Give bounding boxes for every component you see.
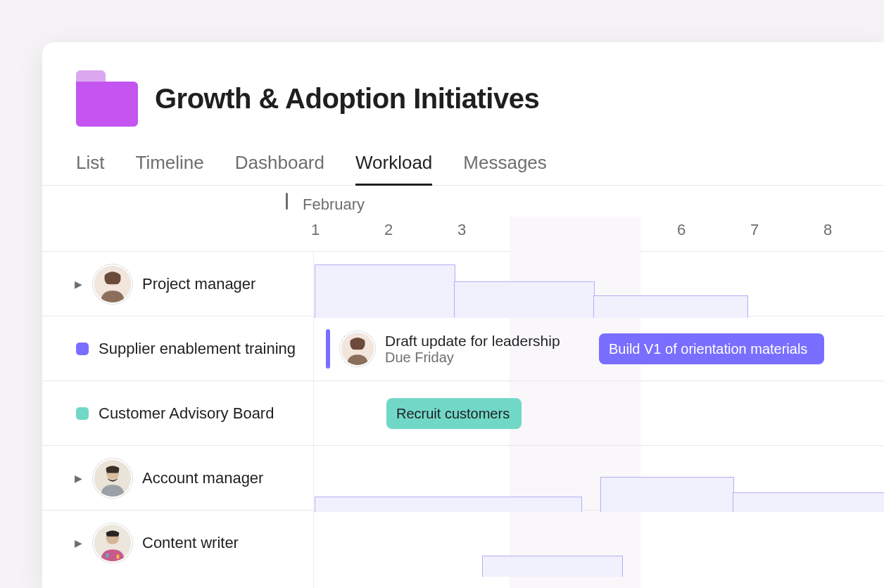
page-title: Growth & Adoption Initiatives [155,83,539,115]
tab-timeline[interactable]: Timeline [135,146,203,185]
task-build-orientation[interactable]: Build V1 of orientation materials [599,333,824,364]
avatar [93,523,132,563]
row-project-manager: ▶ Project manager [42,252,884,317]
workload-band [454,281,595,318]
color-swatch [76,407,89,420]
row-customer-advisory: Customer Advisory Board Recruit customer… [42,381,884,446]
workload-band [315,264,455,318]
task-label: Build V1 of orientation materials [609,341,807,357]
chevron-right-icon[interactable]: ▶ [73,538,83,548]
svg-rect-9 [117,555,120,559]
tab-messages[interactable]: Messages [463,146,547,185]
header: Growth & Adoption Initiatives [42,42,884,146]
row-track[interactable] [313,511,884,575]
date-6: 6 [645,221,718,239]
role-label: Account manager [142,469,263,487]
row-supplier-enablement: Supplier enablement training Draft updat… [42,317,884,381]
row-left[interactable]: ▶ Account manager [42,446,313,510]
row-left[interactable]: Customer Advisory Board [42,381,313,445]
task-label: Recruit customers [396,406,510,422]
date-3: 3 [425,221,498,239]
tab-workload[interactable]: Workload [355,146,432,185]
row-left[interactable]: ▶ Content writer [42,511,313,575]
task-due: Due Friday [385,350,560,366]
date-2: 2 [352,221,425,239]
role-label: Project manager [142,275,255,293]
date-1: 1 [279,221,352,239]
avatar [340,331,375,366]
workload-band [315,497,582,512]
task-draft-update[interactable]: Draft update for leadership Due Friday [326,328,560,370]
folder-icon [76,70,138,127]
date-7: 7 [718,221,791,239]
rows-container: ▶ Project manager Supplier enablement tr… [42,252,884,575]
month-label: February [303,196,365,214]
date-8: 8 [791,221,864,239]
project-label: Supplier enablement training [99,340,296,358]
row-track[interactable]: Recruit customers [313,381,884,445]
task-recruit-customers[interactable]: Recruit customers [386,398,522,429]
row-left[interactable]: ▶ Project manager [42,252,313,316]
task-title: Draft update for leadership [385,333,560,350]
row-account-manager: ▶ Account manager [42,446,884,511]
chevron-right-icon[interactable]: ▶ [73,473,83,483]
app-window: Growth & Adoption Initiatives List Timel… [42,42,884,588]
tab-dashboard[interactable]: Dashboard [235,146,324,185]
row-track[interactable] [313,446,884,510]
month-tick [286,193,288,210]
workload-band [593,295,748,318]
role-label: Content writer [142,534,239,552]
date-row: 1 2 3 4 5 6 7 8 [42,221,884,249]
workload-band [600,477,734,512]
task-text: Draft update for leadership Due Friday [385,333,560,366]
tab-list[interactable]: List [76,146,104,185]
row-track[interactable] [313,252,884,316]
chevron-right-icon[interactable]: ▶ [73,279,83,289]
row-left[interactable]: Supplier enablement training [42,317,313,381]
workload-band [482,556,623,577]
svg-rect-8 [106,554,109,558]
task-accent-bar [326,329,330,369]
project-label: Customer Advisory Board [99,404,274,423]
avatar [93,264,132,304]
tabs: List Timeline Dashboard Workload Message… [42,146,884,186]
workload-band [733,492,884,512]
avatar [93,459,132,498]
color-swatch [76,343,89,355]
row-content-writer: ▶ Content writer [42,511,884,575]
timeline-header: February 1 2 3 4 5 6 7 8 [42,186,884,252]
row-track[interactable]: Draft update for leadership Due Friday B… [313,317,884,381]
